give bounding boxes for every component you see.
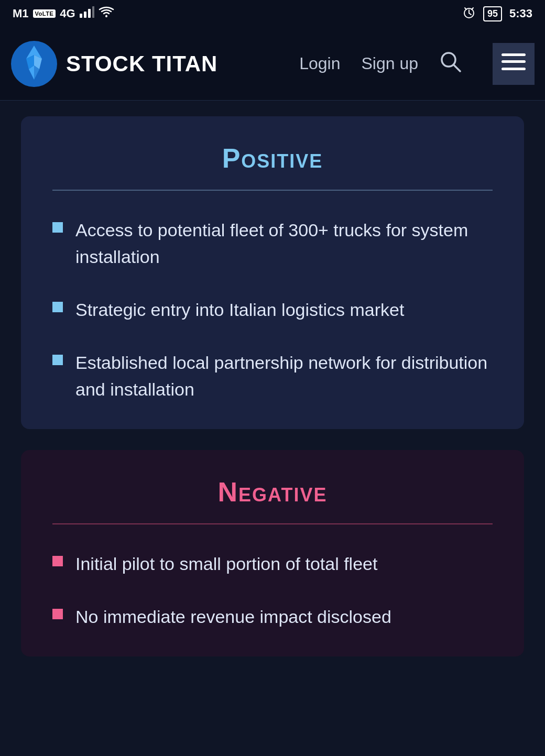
battery-icon: 95 bbox=[483, 6, 502, 21]
positive-divider bbox=[52, 190, 493, 191]
time-display: 5:33 bbox=[509, 7, 532, 20]
bullet-icon bbox=[52, 355, 63, 365]
negative-list: Initial pilot to small portion of total … bbox=[52, 551, 493, 630]
positive-item-3: Established local partnership network fo… bbox=[75, 349, 493, 403]
carrier-label: M1 bbox=[13, 7, 29, 20]
svg-rect-2 bbox=[88, 9, 91, 18]
list-item: Strategic entry into Italian logistics m… bbox=[52, 297, 493, 323]
positive-item-1: Access to potential fleet of 300+ trucks… bbox=[75, 217, 493, 270]
logo-container: STOCK TITAN bbox=[10, 40, 299, 87]
bullet-icon bbox=[52, 556, 63, 566]
negative-title: Negative bbox=[52, 476, 493, 508]
menu-icon bbox=[502, 53, 526, 75]
status-right: 95 5:33 bbox=[462, 5, 532, 22]
alarm-icon bbox=[462, 5, 476, 22]
positive-section: Positive Access to potential fleet of 30… bbox=[21, 116, 524, 429]
svg-line-9 bbox=[472, 8, 473, 9]
negative-item-2: No immediate revenue impact disclosed bbox=[75, 604, 391, 630]
svg-line-8 bbox=[465, 8, 466, 9]
negative-section: Negative Initial pilot to small portion … bbox=[21, 450, 524, 656]
svg-line-17 bbox=[454, 65, 460, 71]
wifi-icon bbox=[99, 6, 114, 21]
menu-button[interactable] bbox=[493, 43, 535, 85]
status-bar: M1 VoLTE 4G bbox=[0, 0, 545, 27]
network-gen-label: 4G bbox=[60, 7, 75, 20]
svg-rect-1 bbox=[84, 12, 86, 18]
svg-rect-0 bbox=[80, 14, 82, 18]
svg-rect-3 bbox=[92, 6, 94, 18]
navbar: STOCK TITAN Login Sign up bbox=[0, 27, 545, 101]
logo-text: STOCK TITAN bbox=[66, 51, 217, 76]
volte-badge: VoLTE bbox=[33, 9, 56, 18]
svg-rect-19 bbox=[502, 60, 526, 63]
svg-rect-18 bbox=[502, 53, 526, 56]
bullet-icon bbox=[52, 609, 63, 619]
svg-point-4 bbox=[105, 15, 107, 17]
main-content: Positive Access to potential fleet of 30… bbox=[0, 101, 545, 693]
signal-icon bbox=[80, 6, 94, 21]
list-item: Initial pilot to small portion of total … bbox=[52, 551, 493, 577]
positive-title: Positive bbox=[52, 143, 493, 174]
list-item: No immediate revenue impact disclosed bbox=[52, 604, 493, 630]
positive-item-2: Strategic entry into Italian logistics m… bbox=[75, 297, 404, 323]
search-icon[interactable] bbox=[439, 50, 461, 77]
positive-list: Access to potential fleet of 300+ trucks… bbox=[52, 217, 493, 403]
nav-links: Login Sign up bbox=[299, 43, 535, 85]
bullet-icon bbox=[52, 222, 63, 233]
signup-link[interactable]: Sign up bbox=[361, 54, 418, 73]
negative-divider bbox=[52, 523, 493, 524]
login-link[interactable]: Login bbox=[299, 54, 340, 73]
negative-item-1: Initial pilot to small portion of total … bbox=[75, 551, 377, 577]
logo-icon[interactable] bbox=[10, 40, 58, 87]
svg-line-7 bbox=[469, 13, 471, 15]
svg-rect-20 bbox=[502, 68, 526, 70]
status-left: M1 VoLTE 4G bbox=[13, 6, 114, 21]
list-item: Established local partnership network fo… bbox=[52, 349, 493, 403]
list-item: Access to potential fleet of 300+ trucks… bbox=[52, 217, 493, 270]
bullet-icon bbox=[52, 302, 63, 312]
